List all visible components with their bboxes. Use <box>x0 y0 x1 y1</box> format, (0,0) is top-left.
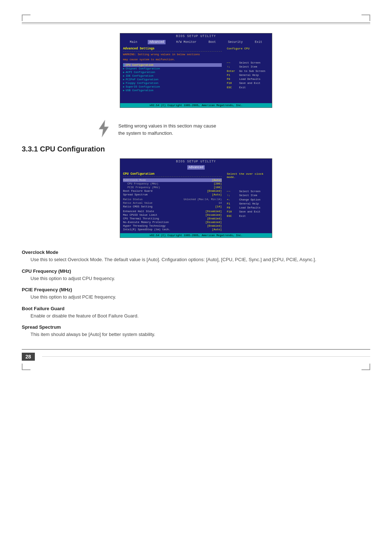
bios-row-speedstep[interactable]: Intel(R) SpeedStep (tm) tech. [Auto] <box>123 228 222 231</box>
key-row-esc: ESCExit <box>227 86 270 90</box>
bios-row-overclock[interactable]: Overclock Mode [Auto] <box>123 178 222 182</box>
bios-item-cpu[interactable]: ▶ CPU Configuration <box>123 63 222 67</box>
bios-content-2: CPU Configuration Overclock Mode [Auto] … <box>120 170 272 233</box>
bios-key-help-1: ←→Select Screen ↑↓Select Item EnterGo to… <box>227 61 270 90</box>
bottom-rule <box>42 356 370 357</box>
bios-divider <box>123 51 222 52</box>
menu-security[interactable]: Security <box>226 40 244 44</box>
bios-advanced-settings-title: Advanced Settings <box>123 47 222 50</box>
desc-text-pcie-freq: Use this option to adjust PCIE frequency… <box>22 293 370 301</box>
warning-text-block: Setting wrong values in this section may… <box>118 119 216 137</box>
bios-row-ratio-actual: Ratio Actual Value 14 <box>123 201 222 205</box>
bios-items-list: ▶ CPU Configuration ▶ Chipset Configurat… <box>123 63 222 92</box>
menu-exit[interactable]: Exit <box>253 40 264 44</box>
top-rule-thick <box>22 23 370 23</box>
bios-item-floppy[interactable]: ▶ Floppy Configuration <box>123 81 222 85</box>
bios-row-cpu-freq[interactable]: CPU Frequency (MHz) [200] <box>123 182 222 186</box>
page-number-section: 28 <box>22 349 370 361</box>
bios-row-hyper-threading[interactable]: Hyper Threading Technology [Enabled] <box>123 224 222 228</box>
desc-title-pcie-freq: PCIE Frequency (MHz) <box>22 287 370 292</box>
warning-lightning-icon <box>94 119 113 138</box>
bios-menu-bar-1: Main Advanced H/W Monitor Boot Security … <box>120 39 272 45</box>
bios-row-max-cpuid[interactable]: Max CPUID Value Limit [Disabled] <box>123 213 222 217</box>
bios-right-desc: Configure CPU <box>227 47 270 50</box>
bios-warning-1: WARNING: Setting wrong values in below s… <box>123 53 222 56</box>
bios-menu-bar-2: Advanced <box>120 165 272 170</box>
menu-boot[interactable]: Boot <box>207 40 217 44</box>
cpu-key-row-f10: F10Save and Exit <box>227 210 270 214</box>
svg-marker-0 <box>99 120 109 137</box>
bios-row-boot-guard[interactable]: Boot Failure Guard [Enabled] <box>123 189 222 193</box>
cpu-key-row-lr: ←→Select Screen <box>227 190 270 194</box>
arrow-icon-floppy: ▶ <box>123 82 124 85</box>
bios-screenshot-1: BIOS SETUP UTILITY Main Advanced H/W Mon… <box>120 33 272 108</box>
arrow-icon-usb: ▶ <box>123 89 124 92</box>
menu-hwmonitor[interactable]: H/W Monitor <box>175 40 198 44</box>
page-number: 28 <box>22 353 35 361</box>
bios-cpu-config-title: CPU Configuration <box>123 172 222 176</box>
menu-advanced-2[interactable]: Advanced <box>187 165 205 170</box>
bios-warning-2: may cause system to malfunction. <box>123 58 222 61</box>
bios-key-help-2: ←→Select Screen ↑↓Select Item +-Change O… <box>227 190 270 218</box>
arrow-icon-ide: ▶ <box>123 74 124 77</box>
desc-title-spread-spectrum: Spread Spectrum <box>22 324 370 330</box>
key-row-enter: EnterGo to Sub Screen <box>227 69 270 73</box>
bios-item-chipset[interactable]: ▶ Chipset Configuration <box>123 67 222 70</box>
desc-spread-spectrum: Spread Spectrum This item should always … <box>22 324 370 338</box>
cpu-key-row-pm: +-Change Option <box>227 198 270 202</box>
top-left-corner <box>22 15 30 21</box>
warning-section: Setting wrong values in this section may… <box>94 119 298 138</box>
arrow-icon-pcipnp: ▶ <box>123 78 124 81</box>
arrow-icon-superio: ▶ <box>123 85 124 88</box>
bios-row-pcie-freq[interactable]: PCIE Frequency (MHz) [100] <box>123 186 222 189</box>
bios-item-usb[interactable]: ▶ USB Configuration <box>123 89 222 92</box>
cpu-key-row-ud: ↑↓Select Item <box>227 194 270 198</box>
arrow-icon-cpu: ▶ <box>123 64 124 66</box>
bios-row-ratio-status: Ratio Status Unlocked (Max:14, Min:14) <box>123 198 222 201</box>
bios-right-desc-2: Select the over clock mode. <box>227 172 270 179</box>
bios-left-panel-2: CPU Configuration Overclock Mode [Auto] … <box>120 170 225 233</box>
desc-text-boot-guard: Enable or disable the feature of Boot Fa… <box>22 312 370 320</box>
bottom-left-corner <box>22 364 30 370</box>
desc-text-overclock: Use this to select Overclock Mode. The d… <box>22 256 370 263</box>
bios-item-superio[interactable]: ▶ SuperIO Configuration <box>123 85 222 89</box>
bios-row-spread-spectrum[interactable]: Spread Spectrum [Auto] <box>123 193 222 197</box>
key-row-f10: F10Save and Exit <box>227 81 270 85</box>
top-right-corner <box>362 15 370 21</box>
menu-main[interactable]: Main <box>128 40 139 44</box>
key-row-f9: F9Load Defaults <box>227 77 270 81</box>
bios-title-2: BIOS SETUP UTILITY <box>120 159 272 165</box>
bios-item-acpi[interactable]: ▶ ACPI Configuration <box>123 70 222 74</box>
arrow-icon-chipset: ▶ <box>123 67 124 70</box>
desc-cpu-freq: CPU Frequency (MHz) Use this option to a… <box>22 268 370 282</box>
bios-row-no-execute[interactable]: No-Execute Memory Protection [Disabled] <box>123 220 222 224</box>
bios-item-pcipnp[interactable]: ▶ PCIPnP Configuration <box>123 78 222 81</box>
key-row-lr: ←→Select Screen <box>227 61 270 65</box>
bios-divider-2 <box>123 177 222 177</box>
bios-left-panel-1: Advanced Settings WARNING: Setting wrong… <box>120 45 225 103</box>
key-row-f1: F1General Help <box>227 73 270 77</box>
key-row-ud: ↑↓Select Item <box>227 65 270 69</box>
cpu-key-row-esc: ESCExit <box>227 214 270 218</box>
bios-content-1: Advanced Settings WARNING: Setting wrong… <box>120 45 272 103</box>
bios-right-panel-2: Select the over clock mode. ←→Select Scr… <box>225 170 272 233</box>
bios-title-1: BIOS SETUP UTILITY <box>120 33 272 39</box>
cpu-key-row-f1: F1General Help <box>227 202 270 206</box>
bottom-right-corner <box>362 364 370 370</box>
bios-item-ide[interactable]: ▶ IDE Configuration <box>123 74 222 78</box>
bios-row-thermal-throttling[interactable]: CPU Thermal Throttling [Enabled] <box>123 217 222 220</box>
bios-right-panel-1: Configure CPU ←→Select Screen ↑↓Select I… <box>225 45 272 103</box>
desc-title-overclock: Overclock Mode <box>22 250 370 255</box>
section-heading: 3.3.1 CPU Configuration <box>22 145 370 153</box>
desc-text-cpu-freq: Use this option to adjust CPU frequency. <box>22 275 370 282</box>
desc-overclock-mode: Overclock Mode Use this to select Overcl… <box>22 250 370 263</box>
bios-row-ratio-cmos[interactable]: Ratio CMOS Setting [14] <box>123 205 222 208</box>
page-container: BIOS SETUP UTILITY Main Advanced H/W Mon… <box>0 0 392 555</box>
bios-row-enhanced-halt[interactable]: Enhanced Halt State [Disabled] <box>123 210 222 213</box>
desc-boot-guard: Boot Failure Guard Enable or disable the… <box>22 306 370 320</box>
menu-advanced[interactable]: Advanced <box>148 40 166 44</box>
desc-title-boot-guard: Boot Failure Guard <box>22 306 370 311</box>
cpu-key-row-f9: F9Load Defaults <box>227 206 270 210</box>
bios-footer-1: v02.54 (C) Copyright 1985-2005, American… <box>120 103 272 108</box>
desc-text-spread-spectrum: This item should always be [Auto] for be… <box>22 331 370 338</box>
